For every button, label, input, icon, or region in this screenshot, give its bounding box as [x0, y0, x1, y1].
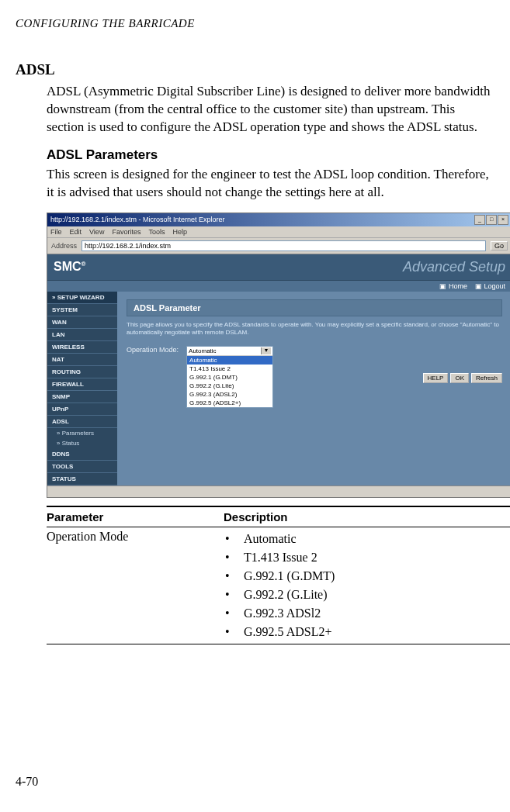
sidebar-adsl[interactable]: ADSL [47, 416, 117, 428]
parameter-table: Parameter Description Operation Mode Aut… [47, 506, 510, 644]
ie-statusbar [47, 485, 510, 497]
sidebar-status[interactable]: STATUS [47, 473, 117, 485]
util-bar: ▣ Home ▣ Logout [47, 281, 510, 292]
refresh-button[interactable]: Refresh [471, 373, 502, 383]
ie-menubar: File Edit View Favorites Tools Help [47, 226, 510, 238]
table-row: Operation Mode Automatic T1.413 Issue 2 … [47, 527, 510, 644]
sidebar-wan[interactable]: WAN [47, 316, 117, 329]
subsection-desc: This screen is designed for the engineer… [47, 166, 494, 202]
subsection-title-params: ADSL Parameters [47, 147, 494, 163]
smc-logo: SMC® [54, 260, 85, 274]
section-title-adsl: ADSL [16, 61, 494, 78]
sidebar-firewall[interactable]: FIREWALL [47, 378, 117, 391]
list-item: Automatic [224, 530, 510, 548]
router-header: SMC® Advanced Setup [47, 254, 510, 281]
sidebar: » SETUP WIZARD SYSTEM WAN LAN WIRELESS N… [47, 292, 117, 485]
home-link[interactable]: ▣ Home [439, 282, 467, 290]
dropdown-opt-gdmt[interactable]: G.992.1 (G.DMT) [187, 373, 272, 382]
list-item: T1.413 Issue 2 [224, 548, 510, 567]
menu-file[interactable]: File [50, 228, 62, 236]
dropdown-opt-adsl2[interactable]: G.992.3 (ADSL2) [187, 390, 272, 399]
main-panel: ADSL Parameter This page allows you to s… [117, 292, 510, 485]
go-button[interactable]: Go [491, 241, 508, 251]
sidebar-setup-wizard[interactable]: » SETUP WIZARD [47, 292, 117, 304]
maximize-button[interactable]: □ [486, 215, 497, 225]
menu-edit[interactable]: Edit [70, 228, 82, 236]
dropdown-list: Automatic T1.413 Issue 2 G.992.1 (G.DMT)… [187, 355, 272, 407]
intro-paragraph: ADSL (Asymmetric Digital Subscriber Line… [47, 83, 494, 136]
running-header: CONFIGURING THE BARRICADE [16, 17, 494, 30]
ok-button[interactable]: OK [450, 373, 469, 383]
router-screenshot: http://192.168.2.1/index.stm - Microsoft… [47, 213, 510, 498]
col-header-parameter: Parameter [47, 506, 224, 527]
sidebar-tools[interactable]: TOOLS [47, 461, 117, 473]
sidebar-routing[interactable]: ROUTING [47, 366, 117, 378]
panel-description: This page allows you to specify the ADSL… [127, 321, 502, 337]
close-button[interactable]: × [498, 215, 508, 225]
menu-view[interactable]: View [89, 228, 104, 236]
help-button[interactable]: HELP [423, 373, 449, 383]
address-input[interactable]: http://192.168.2.1/index.stm [82, 240, 486, 251]
sidebar-system[interactable]: SYSTEM [47, 304, 117, 316]
chevron-down-icon[interactable]: ▼ [261, 347, 271, 354]
page-number: 4-70 [16, 775, 38, 789]
menu-help[interactable]: Help [172, 228, 187, 236]
minimize-button[interactable]: _ [474, 215, 485, 225]
list-item: G.992.1 (G.DMT) [224, 567, 510, 586]
ie-titlebar: http://192.168.2.1/index.stm - Microsoft… [47, 213, 510, 226]
sidebar-nat[interactable]: NAT [47, 354, 117, 366]
dropdown-opt-automatic[interactable]: Automatic [187, 356, 272, 365]
dropdown-opt-adsl2plus[interactable]: G.992.5 (ADSL2+) [187, 399, 272, 407]
brand-text: SMC [54, 260, 82, 273]
param-name-cell: Operation Mode [47, 527, 224, 644]
sidebar-adsl-status[interactable]: » Status [47, 438, 117, 448]
dropdown-opt-glite[interactable]: G.992.2 (G.Lite) [187, 382, 272, 390]
sidebar-ddns[interactable]: DDNS [47, 448, 117, 461]
menu-favorites[interactable]: Favorites [112, 228, 141, 236]
address-label: Address [51, 242, 77, 250]
page-heading: Advanced Setup [403, 259, 505, 275]
sidebar-snmp[interactable]: SNMP [47, 391, 117, 403]
sidebar-adsl-parameters[interactable]: » Parameters [47, 428, 117, 438]
param-desc-cell: Automatic T1.413 Issue 2 G.992.1 (G.DMT)… [224, 527, 510, 644]
brand-sup: ® [82, 261, 86, 268]
menu-tools[interactable]: Tools [148, 228, 165, 236]
col-header-description: Description [224, 506, 510, 527]
list-item: G.992.3 ADSl2 [224, 604, 510, 623]
sidebar-lan[interactable]: LAN [47, 329, 117, 341]
panel-title: ADSL Parameter [127, 299, 502, 316]
list-item: G.992.5 ADSL2+ [224, 623, 510, 641]
sidebar-upnp[interactable]: UPnP [47, 403, 117, 416]
logout-link[interactable]: ▣ Logout [475, 282, 505, 290]
list-item: G.992.2 (G.Lite) [224, 586, 510, 604]
ie-addressbar: Address http://192.168.2.1/index.stm Go [47, 238, 510, 254]
dropdown-opt-t1413[interactable]: T1.413 Issue 2 [187, 365, 272, 373]
dropdown-selected-text: Automatic [189, 347, 217, 354]
operation-mode-label: Operation Mode: [127, 346, 179, 354]
operation-mode-dropdown[interactable]: Automatic ▼ Automatic T1.413 Issue 2 G.9… [186, 346, 273, 408]
sidebar-wireless[interactable]: WIRELESS [47, 341, 117, 354]
ie-title-text: http://192.168.2.1/index.stm - Microsoft… [50, 216, 225, 223]
